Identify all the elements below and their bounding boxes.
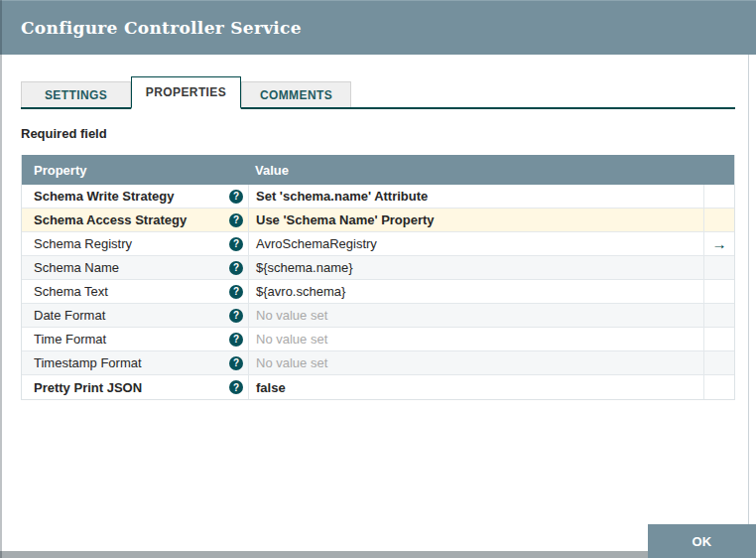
help-icon[interactable]: ?: [229, 333, 243, 347]
table-row: Schema Registry ? AvroSchemaRegistry →: [22, 232, 734, 256]
property-value[interactable]: ${avro.schema}: [248, 280, 703, 303]
row-actions-cell: [703, 351, 734, 374]
table-body: Schema Write Strategy ? Set 'schema.name…: [22, 185, 734, 399]
property-value[interactable]: Set 'schema.name' Attribute: [248, 185, 703, 208]
property-name: Schema Registry: [34, 236, 229, 251]
row-actions-cell: →: [703, 232, 734, 255]
go-to-service-icon[interactable]: →: [712, 236, 727, 251]
table-row: Schema Text ? ${avro.schema}: [22, 280, 734, 304]
help-icon[interactable]: ?: [229, 356, 243, 370]
dialog-body: SETTINGS PROPERTIES COMMENTS Required fi…: [0, 55, 756, 400]
property-cell: Schema Registry ?: [22, 232, 248, 255]
property-cell: Schema Access Strategy ?: [22, 209, 248, 231]
row-actions-cell: [703, 185, 734, 208]
property-value[interactable]: ${schema.name}: [248, 256, 703, 279]
help-icon[interactable]: ?: [229, 213, 243, 227]
property-value[interactable]: No value set: [248, 328, 703, 350]
row-actions-cell: [703, 280, 734, 303]
property-name: Pretty Print JSON: [34, 380, 229, 395]
help-icon[interactable]: ?: [229, 285, 243, 299]
tab-properties[interactable]: PROPERTIES: [131, 76, 241, 109]
property-cell: Date Format ?: [22, 304, 248, 327]
property-cell: Schema Name ?: [22, 256, 248, 279]
configure-controller-service-dialog: Configure Controller Service SETTINGS PR…: [0, 0, 756, 558]
property-name: Date Format: [34, 308, 229, 323]
property-name: Time Format: [34, 332, 229, 347]
row-actions-cell: [703, 328, 734, 350]
property-name: Schema Write Strategy: [34, 189, 229, 204]
property-value[interactable]: No value set: [248, 351, 703, 374]
table-row: Pretty Print JSON ? false: [22, 375, 734, 399]
tab-comments[interactable]: COMMENTS: [241, 81, 351, 107]
tab-label: COMMENTS: [260, 88, 332, 102]
row-actions-cell: [703, 375, 734, 399]
row-actions-cell: [703, 256, 734, 279]
table-row: Schema Access Strategy ? Use 'Schema Nam…: [22, 209, 734, 232]
property-name: Schema Name: [34, 260, 229, 275]
tab-label: PROPERTIES: [146, 85, 226, 99]
tab-bar: SETTINGS PROPERTIES COMMENTS: [21, 55, 735, 109]
property-cell: Time Format ?: [22, 328, 248, 350]
property-name: Timestamp Format: [34, 355, 229, 370]
help-icon[interactable]: ?: [229, 237, 243, 251]
property-name: Schema Access Strategy: [34, 212, 229, 227]
dialog-bottom-shadow: [0, 551, 756, 558]
row-actions-cell: [703, 304, 734, 327]
property-cell: Timestamp Format ?: [22, 351, 248, 374]
dialog-title: Configure Controller Service: [21, 18, 302, 38]
property-cell: Schema Text ?: [22, 280, 248, 303]
help-icon[interactable]: ?: [229, 380, 243, 394]
table-row: Schema Name ? ${schema.name}: [22, 256, 734, 280]
dialog-left-edge: [0, 0, 2, 558]
property-name: Schema Text: [34, 284, 229, 299]
help-icon[interactable]: ?: [229, 190, 243, 204]
table-row: Time Format ? No value set: [22, 328, 734, 351]
property-value[interactable]: AvroSchemaRegistry: [248, 232, 703, 255]
help-icon[interactable]: ?: [229, 261, 243, 275]
property-cell: Schema Write Strategy ?: [22, 185, 248, 208]
table-row: Date Format ? No value set: [22, 304, 734, 328]
tab-settings[interactable]: SETTINGS: [21, 81, 131, 107]
property-value[interactable]: false: [248, 375, 703, 399]
property-cell: Pretty Print JSON ?: [22, 375, 248, 399]
help-icon[interactable]: ?: [229, 309, 243, 323]
dialog-header: Configure Controller Service: [0, 0, 756, 55]
ok-button[interactable]: OK: [648, 524, 756, 558]
row-actions-cell: [703, 209, 734, 231]
properties-table: Property Value Schema Write Strategy ? S…: [21, 155, 735, 400]
panel-scroll-divider: [748, 55, 749, 551]
table-header-row: Property Value: [22, 155, 734, 185]
property-value[interactable]: Use 'Schema Name' Property: [248, 209, 703, 231]
table-row: Timestamp Format ? No value set: [22, 351, 734, 375]
required-field-label: Required field: [21, 126, 735, 141]
column-header-property: Property: [22, 163, 248, 178]
property-value[interactable]: No value set: [248, 304, 703, 327]
table-row: Schema Write Strategy ? Set 'schema.name…: [22, 185, 734, 209]
column-header-value: Value: [248, 163, 703, 178]
tab-label: SETTINGS: [45, 88, 107, 102]
